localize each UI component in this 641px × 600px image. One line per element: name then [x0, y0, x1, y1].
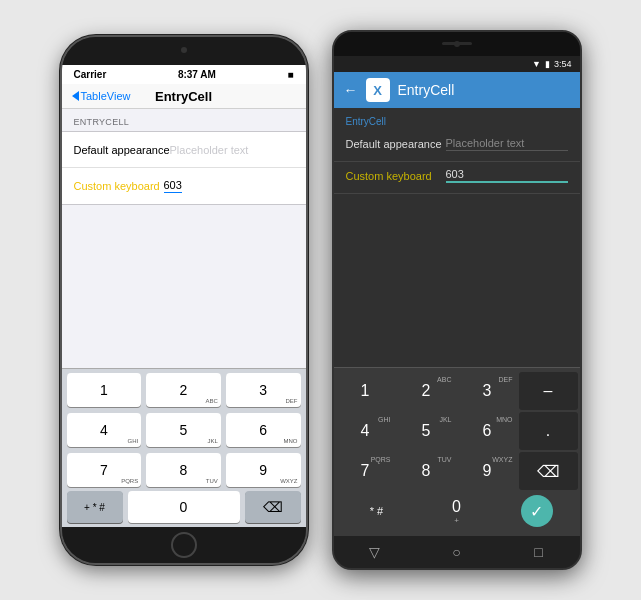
android-key-delete[interactable] — [519, 452, 578, 490]
ios-key-row-3: 7PQRS 8TUV 9WXYZ — [62, 449, 306, 489]
android-section-label: EntryCell — [334, 108, 580, 131]
android-key-3[interactable]: 3DEF — [458, 372, 517, 410]
ios-camera — [181, 47, 187, 53]
android-battery-icon: ▮ — [545, 59, 550, 69]
android-key-row-bottom: * # 0 + — [336, 492, 578, 530]
ios-key-4[interactable]: 4GHI — [67, 413, 142, 447]
ios-keyboard: 1 2ABC 3DEF 4GHI 5JKL 6MNO 7PQRS 8TUV 9W… — [62, 368, 306, 527]
android-top-bar — [334, 32, 580, 56]
android-key-6[interactable]: 6MNO — [458, 412, 517, 450]
android-key-zero[interactable]: 0 + — [418, 492, 496, 530]
android-key-star-hash[interactable]: * # — [338, 492, 416, 530]
android-toolbar: ← X EntryCell — [334, 72, 580, 108]
ios-cell-custom-label: Custom keyboard — [74, 180, 164, 192]
android-key-done[interactable] — [521, 495, 553, 527]
android-key-row-3: 7PQRS 8TUV 9WXYZ — [336, 452, 578, 490]
android-field-custom-label: Custom keyboard — [346, 170, 446, 182]
android-key-row-1: 1 2ABC 3DEF – — [336, 372, 578, 410]
ios-cell-default-value: Placeholder text — [170, 144, 249, 156]
ios-nav-title: EntryCell — [155, 89, 212, 104]
checkmark-icon — [530, 502, 543, 521]
android-toolbar-title: EntryCell — [398, 82, 455, 98]
ios-cell-custom-value[interactable]: 603 — [164, 179, 182, 193]
android-field-custom-value[interactable]: 603 — [446, 168, 568, 183]
android-field-default: Default appearance Placeholder text — [334, 131, 580, 162]
ios-key-0[interactable]: 0 — [128, 491, 240, 523]
android-field-default-value[interactable]: Placeholder text — [446, 137, 568, 151]
ios-back-label: TableView — [81, 90, 131, 102]
android-back-button[interactable]: ← — [344, 82, 358, 98]
android-key-period[interactable]: . — [519, 412, 578, 450]
android-nav-back[interactable] — [360, 537, 390, 567]
ios-key-8[interactable]: 8TUV — [146, 453, 221, 487]
ios-cell-default: Default appearance Placeholder text — [62, 132, 306, 168]
ios-home-bar — [62, 527, 306, 563]
ios-section-header: ENTRYCELL — [62, 109, 306, 131]
ios-home-button[interactable] — [171, 532, 197, 558]
ios-key-row-bottom: + * # 0 — [62, 489, 306, 527]
ios-screen: Carrier 8:37 AM ■ TableView EntryCell EN… — [62, 65, 306, 527]
chevron-left-icon — [72, 91, 79, 101]
android-back-icon — [369, 544, 380, 560]
android-phone: ▼ ▮ 3:54 ← X EntryCell EntryCell Default… — [332, 30, 582, 570]
android-home-icon — [452, 544, 460, 560]
ios-cell-custom: Custom keyboard 603 — [62, 168, 306, 204]
android-key-4[interactable]: 4GHI — [336, 412, 395, 450]
ios-key-delete[interactable] — [245, 491, 301, 523]
android-recents-icon — [534, 544, 542, 560]
android-key-dash[interactable]: – — [519, 372, 578, 410]
android-speaker — [442, 42, 472, 45]
ios-key-3[interactable]: 3DEF — [226, 373, 301, 407]
android-key-row-2: 4GHI 5JKL 6MNO . — [336, 412, 578, 450]
ios-notch — [62, 37, 306, 65]
android-content: EntryCell Default appearance Placeholder… — [334, 108, 580, 367]
android-field-custom: Custom keyboard 603 — [334, 162, 580, 194]
android-status-bar: ▼ ▮ 3:54 — [334, 56, 580, 72]
ios-carrier: Carrier — [74, 69, 107, 80]
delete-icon — [263, 499, 283, 515]
ios-key-2[interactable]: 2ABC — [146, 373, 221, 407]
xamarin-logo: X — [373, 83, 382, 98]
android-key-8[interactable]: 8TUV — [397, 452, 456, 490]
android-nav-recents[interactable] — [524, 537, 554, 567]
android-screen: ▼ ▮ 3:54 ← X EntryCell EntryCell Default… — [334, 56, 580, 568]
ios-nav-bar: TableView EntryCell — [62, 84, 306, 109]
android-nav-home[interactable] — [442, 537, 472, 567]
main-container: Carrier 8:37 AM ■ TableView EntryCell EN… — [40, 10, 602, 590]
ios-key-row-2: 4GHI 5JKL 6MNO — [62, 409, 306, 449]
android-nav-bar — [334, 536, 580, 568]
android-key-2[interactable]: 2ABC — [397, 372, 456, 410]
ios-status-bar: Carrier 8:37 AM ■ — [62, 65, 306, 84]
ios-key-row-1: 1 2ABC 3DEF — [62, 369, 306, 409]
ios-key-6[interactable]: 6MNO — [226, 413, 301, 447]
android-wifi-icon: ▼ — [532, 59, 541, 69]
ios-table: Default appearance Placeholder text Cust… — [62, 131, 306, 205]
ios-content: ENTRYCELL Default appearance Placeholder… — [62, 109, 306, 368]
android-app-icon: X — [366, 78, 390, 102]
ios-key-7[interactable]: 7PQRS — [67, 453, 142, 487]
ios-battery: ■ — [287, 69, 293, 80]
ios-key-9[interactable]: 9WXYZ — [226, 453, 301, 487]
android-key-5[interactable]: 5JKL — [397, 412, 456, 450]
ios-key-symbols[interactable]: + * # — [67, 491, 123, 523]
ios-cell-default-label: Default appearance — [74, 144, 170, 156]
ios-key-5[interactable]: 5JKL — [146, 413, 221, 447]
ios-phone: Carrier 8:37 AM ■ TableView EntryCell EN… — [60, 35, 308, 565]
android-field-default-label: Default appearance — [346, 138, 446, 150]
android-keyboard: 1 2ABC 3DEF – 4GHI 5JKL 6MNO . 7PQRS 8TU… — [334, 367, 580, 536]
android-time: 3:54 — [554, 59, 572, 69]
android-key-7[interactable]: 7PQRS — [336, 452, 395, 490]
ios-key-1[interactable]: 1 — [67, 373, 142, 407]
android-key-9[interactable]: 9WXYZ — [458, 452, 517, 490]
android-delete-icon — [537, 462, 560, 481]
ios-time: 8:37 AM — [178, 69, 216, 80]
android-key-1[interactable]: 1 — [336, 372, 395, 410]
ios-back-button[interactable]: TableView — [72, 90, 131, 102]
